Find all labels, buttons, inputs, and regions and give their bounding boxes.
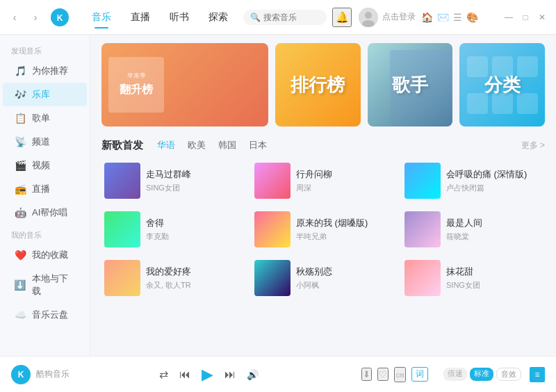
next-button[interactable]: ⏭ [224, 368, 236, 381]
like-button[interactable]: ♡ [377, 368, 389, 381]
player-controls: ⇄ ⏮ ▶ ⏭ 🔊 [159, 366, 259, 384]
sidebar-item-favorites[interactable]: ❤️ 我的收藏 [3, 243, 87, 267]
speed-badge-effect[interactable]: 音效 [496, 368, 521, 381]
artists-label: 歌手 [392, 73, 428, 97]
svg-text:K: K [57, 13, 63, 23]
title-bar: ‹ › K 音乐 直播 听书 探索 🔍 🔔 点击登录 🏠 ✉️ ☰ 🎨 — □ … [0, 0, 556, 35]
skin-icon[interactable]: 🎨 [466, 12, 478, 23]
song-title-1: 行舟问柳 [296, 168, 392, 181]
home-icon[interactable]: 🏠 [421, 12, 433, 23]
forward-button[interactable]: › [28, 10, 43, 25]
song-info-3: 舍得 李克勤 [146, 217, 242, 242]
radio-icon: 📻 [14, 183, 26, 195]
my-section-title: 我的音乐 [0, 224, 90, 243]
sidebar-item-cloud[interactable]: ☁️ 音乐云盘 [3, 303, 87, 327]
menu-icon[interactable]: ☰ [453, 12, 462, 23]
volume-button[interactable]: 🔊 [247, 369, 259, 380]
playlist-button[interactable]: ≡ [530, 367, 545, 382]
sidebar-item-video[interactable]: 🎬 视频 [3, 154, 87, 177]
song-card-4[interactable]: 原来的我 (烟嗓版) 半吨兄弟 [252, 209, 395, 250]
sidebar-label-recommend: 为你推荐 [32, 65, 68, 77]
song-card-6[interactable]: 我的爱好疼 余又, 歌人TR [101, 257, 245, 299]
song-card-5[interactable]: 最是人间 筱晓棠 [402, 209, 545, 250]
sidebar-item-radio[interactable]: 📻 直播 [3, 177, 87, 201]
song-thumb-7 [254, 260, 291, 296]
download-button[interactable]: ⬇ [361, 368, 372, 381]
shuffle-button[interactable]: ⇄ [159, 368, 168, 381]
cloud-icon: ☁️ [14, 309, 26, 320]
section-title: 新歌首发 [101, 139, 143, 152]
playlist-icon: ≡ [534, 370, 539, 379]
tab-western[interactable]: 欧美 [182, 138, 211, 153]
user-area[interactable]: 点击登录 [359, 8, 416, 27]
sidebar-item-recommend[interactable]: 🎵 为你推荐 [3, 59, 87, 83]
search-icon: 🔍 [250, 13, 261, 22]
minimize-button[interactable]: — [502, 10, 516, 24]
banner-charts[interactable]: 排行榜 [275, 43, 361, 126]
playlist-icon: 📋 [14, 113, 26, 124]
song-info-0: 走马过群峰 SING女团 [146, 168, 242, 193]
maximize-button[interactable]: □ [518, 10, 532, 24]
tab-japanese[interactable]: 日本 [243, 138, 272, 153]
speed-badge-standard[interactable]: 标准 [470, 368, 493, 381]
song-title-6: 我的爱好疼 [146, 266, 242, 278]
sidebar-item-library[interactable]: 🎶 乐库 [3, 83, 87, 106]
song-thumb-6 [104, 260, 140, 296]
close-button[interactable]: ✕ [535, 10, 549, 24]
login-text: 点击登录 [382, 11, 416, 23]
banner-artists[interactable]: 歌手 [368, 43, 453, 126]
song-card-8[interactable]: 抹花甜 SING女团 [402, 257, 545, 299]
share-button[interactable]: ㎝ [394, 367, 406, 382]
sidebar-label-ai: AI帮你唱 [32, 206, 67, 219]
song-card-0[interactable]: 走马过群峰 SING女团 [101, 160, 245, 202]
sidebar-item-ai[interactable]: 🤖 AI帮你唱 [3, 201, 87, 224]
song-grid: 走马过群峰 SING女团 行舟问柳 周深 会呼吸的痛 (深情版) 卢占快闭篇 舍… [101, 160, 545, 299]
search-input[interactable] [263, 13, 326, 22]
sidebar-item-playlist[interactable]: 📋 歌单 [3, 106, 87, 130]
bell-button[interactable]: 🔔 [332, 8, 352, 27]
lyrics-button[interactable]: 词 [411, 367, 428, 382]
tab-korean[interactable]: 韩国 [213, 138, 242, 153]
logo-icon: K [50, 8, 70, 27]
song-card-1[interactable]: 行舟问柳 周深 [252, 160, 395, 202]
back-button[interactable]: ‹ [7, 10, 22, 25]
banner-main[interactable]: 苹果季 翻升榜 [101, 43, 268, 126]
song-thumb-2 [404, 163, 441, 199]
sidebar-item-downloads[interactable]: ⬇️ 本地与下载 [3, 267, 87, 303]
song-card-2[interactable]: 会呼吸的痛 (深情版) 卢占快闭篇 [402, 160, 545, 202]
speed-options: 倍速 标准 音效 [443, 368, 521, 381]
sidebar-label-video: 视频 [32, 159, 50, 172]
banner-category[interactable]: 分类 [459, 43, 545, 126]
main-layout: 发现音乐 🎵 为你推荐 🎶 乐库 📋 歌单 📡 频道 🎬 视频 📻 直播 🤖 A… [0, 35, 556, 356]
song-thumb-8 [404, 260, 441, 296]
nav-item-audiobook[interactable]: 听书 [161, 8, 197, 27]
song-title-5: 最是人间 [446, 217, 542, 229]
sidebar-label-channel: 频道 [32, 136, 50, 148]
speed-badge-multiplier[interactable]: 倍速 [443, 368, 467, 381]
sidebar-item-channel[interactable]: 📡 频道 [3, 130, 87, 154]
tab-chinese[interactable]: 华语 [152, 138, 181, 153]
sidebar-label-library: 乐库 [32, 88, 50, 101]
song-info-6: 我的爱好疼 余又, 歌人TR [146, 266, 242, 291]
play-button[interactable]: ▶ [202, 366, 213, 384]
song-title-0: 走马过群峰 [146, 168, 242, 181]
song-artist-1: 周深 [296, 183, 392, 193]
song-card-3[interactable]: 舍得 李克勤 [101, 209, 245, 250]
song-artist-4: 半吨兄弟 [296, 231, 392, 242]
sidebar-label-downloads: 本地与下载 [32, 272, 76, 297]
song-thumb-5 [404, 211, 441, 247]
mail-icon[interactable]: ✉️ [437, 12, 449, 23]
nav-item-explore[interactable]: 探索 [200, 8, 236, 27]
player-logo: K [11, 365, 31, 384]
search-box[interactable]: 🔍 [243, 10, 327, 25]
song-info-1: 行舟问柳 周深 [296, 168, 392, 193]
more-link[interactable]: 更多 > [521, 140, 545, 152]
nav-item-live[interactable]: 直播 [122, 8, 158, 27]
svg-point-3 [365, 12, 372, 19]
nav-item-music[interactable]: 音乐 [83, 8, 120, 27]
song-card-7[interactable]: 秋殇别恋 小阿枫 [252, 257, 395, 299]
song-thumb-4 [254, 211, 291, 247]
avatar [359, 8, 378, 27]
song-title-8: 抹花甜 [446, 266, 542, 278]
prev-button[interactable]: ⏮ [179, 368, 190, 381]
